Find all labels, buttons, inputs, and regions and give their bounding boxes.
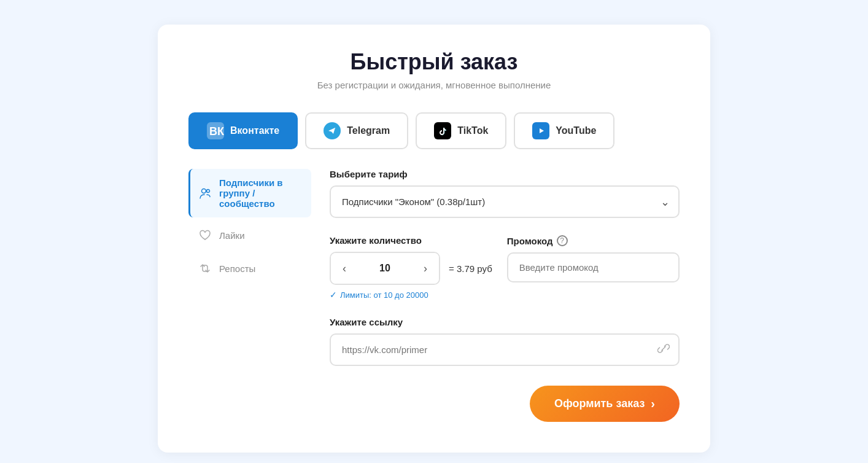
tab-vk-label: Вконтакте xyxy=(230,125,279,136)
tariff-select-wrapper: Подписчики "Эконом" (0.38р/1шт) ⌄ xyxy=(330,185,680,218)
form-area: Выберите тариф Подписчики "Эконом" (0.38… xyxy=(330,169,680,422)
tiktok-icon xyxy=(434,122,451,139)
sidebar-item-likes[interactable]: Лайки xyxy=(188,220,311,251)
sidebar: Подписчики в группу / сообщество Лайки xyxy=(188,169,311,422)
tab-youtube[interactable]: YouTube xyxy=(514,112,614,149)
sidebar-item-reposts[interactable]: Репосты xyxy=(188,253,311,284)
url-label: Укажите ссылку xyxy=(330,317,680,327)
main-container: Быстрый заказ Без регистрации и ожидания… xyxy=(158,25,710,453)
vk-icon: ВК xyxy=(207,122,224,139)
arrow-right-icon: › xyxy=(651,397,655,411)
submit-button[interactable]: Оформить заказ › xyxy=(530,386,680,422)
quantity-stepper: ‹ › xyxy=(330,252,440,285)
quantity-decrement-button[interactable]: ‹ xyxy=(331,253,358,284)
platform-tabs: ВК Вконтакте Telegram xyxy=(188,112,680,149)
page-title: Быстрый заказ xyxy=(188,49,680,75)
promo-label-row: Промокод ? xyxy=(507,235,680,246)
sidebar-reposts-label: Репосты xyxy=(219,263,255,274)
likes-icon xyxy=(198,228,212,242)
sidebar-likes-label: Лайки xyxy=(219,230,245,241)
quantity-increment-button[interactable]: › xyxy=(412,253,439,284)
sidebar-item-subscribers[interactable]: Подписчики в группу / сообщество xyxy=(188,169,311,217)
telegram-icon xyxy=(324,122,341,139)
subscribers-icon xyxy=(198,187,212,200)
quantity-input[interactable] xyxy=(358,263,412,274)
url-input[interactable] xyxy=(330,333,680,366)
url-input-wrapper xyxy=(330,333,680,366)
price-display: = 3.79 руб xyxy=(449,253,492,284)
youtube-icon xyxy=(532,122,549,139)
tariff-label: Выберите тариф xyxy=(330,169,680,179)
link-icon xyxy=(657,342,670,357)
tab-tiktok-label: TikTok xyxy=(457,125,488,136)
svg-text:ВК: ВК xyxy=(209,125,224,138)
tab-tiktok[interactable]: TikTok xyxy=(416,112,506,149)
tab-telegram-label: Telegram xyxy=(347,125,390,136)
tariff-select[interactable]: Подписчики "Эконом" (0.38р/1шт) xyxy=(330,185,680,218)
tab-telegram[interactable]: Telegram xyxy=(305,112,408,149)
svg-point-4 xyxy=(202,189,206,193)
sidebar-subscribers-label: Подписчики в группу / сообщество xyxy=(219,177,301,209)
main-content: Подписчики в группу / сообщество Лайки xyxy=(188,169,680,422)
promo-input[interactable] xyxy=(507,252,680,282)
tab-vk[interactable]: ВК Вконтакте xyxy=(188,112,298,149)
quantity-label: Укажите количество xyxy=(330,235,492,246)
check-icon: ✓ xyxy=(330,290,337,300)
promo-label: Промокод xyxy=(507,236,553,246)
submit-row: Оформить заказ › xyxy=(330,386,680,422)
limits-text: ✓ Лимиты: от 10 до 20000 xyxy=(330,290,680,300)
quantity-section: Укажите количество ‹ › = 3.79 руб xyxy=(330,235,492,285)
promo-section: Промокод ? xyxy=(507,235,680,282)
submit-label: Оформить заказ xyxy=(554,397,645,410)
help-icon[interactable]: ? xyxy=(557,235,568,246)
tab-youtube-label: YouTube xyxy=(556,125,596,136)
svg-point-5 xyxy=(207,189,210,192)
reposts-icon xyxy=(198,262,212,275)
page-subtitle: Без регистрации и ожидания, мгновенное в… xyxy=(188,80,680,90)
